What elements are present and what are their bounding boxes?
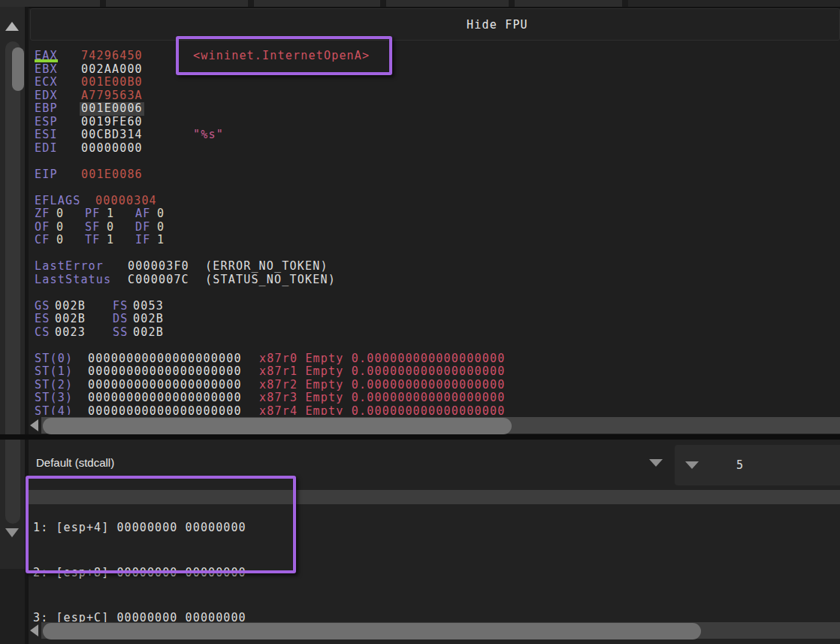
segment-row[interactable]: GS 002B FS 0053 — [35, 300, 831, 313]
register-row-edi[interactable]: EDI 00000000 — [35, 142, 831, 156]
flag-value[interactable]: 1 — [157, 234, 186, 247]
flags-row[interactable]: ZF 0 PF 1 AF 0 — [35, 207, 831, 221]
register-name: ESP — [35, 116, 81, 129]
last-status-meaning: (STATUS_NO_TOKEN) — [205, 274, 336, 287]
flag-value[interactable]: 1 — [107, 207, 135, 221]
register-row-ecx[interactable]: ECX 001E00B0 — [35, 76, 831, 89]
tab-bar-empty-area — [628, 0, 840, 7]
spinner-decrement-icon[interactable] — [685, 461, 699, 469]
tab-remnant[interactable] — [386, 0, 509, 7]
arguments-horizontal-scrollbar[interactable] — [29, 621, 840, 639]
register-name: ESI — [35, 128, 81, 142]
vertical-scrollbar-track[interactable] — [5, 41, 20, 524]
annotation-box-arguments — [26, 476, 296, 573]
scroll-down-arrow-icon[interactable] — [5, 528, 19, 537]
vertical-scrollbar[interactable] — [0, 7, 25, 569]
last-status-row[interactable]: LastStatus C000007C (STATUS_NO_TOKEN) — [35, 274, 831, 287]
register-row-eax[interactable]: EAX 74296450 <wininet.InternetOpenA> — [35, 50, 831, 63]
horizontal-scrollbar-track[interactable] — [41, 622, 840, 639]
flag-name: PF — [85, 207, 107, 221]
flag-value[interactable]: 0 — [157, 221, 186, 234]
register-row-eflags[interactable]: EFLAGS 00000304 — [35, 195, 831, 208]
tab-remnant[interactable] — [254, 0, 380, 7]
registers-panel[interactable]: EAX 74296450 <wininet.InternetOpenA> EBX… — [35, 50, 831, 415]
segment-value: 002B — [133, 326, 191, 340]
flag-name: DF — [135, 221, 157, 234]
segment-row[interactable]: CS 0023 SS 002B — [35, 326, 831, 340]
register-value-selected[interactable]: 001E0006 — [80, 102, 144, 116]
x87-info: x87r0 Empty 0.000000000000000000 — [259, 352, 505, 366]
segment-value: 002B — [133, 313, 191, 326]
horizontal-scrollbar-track[interactable] — [41, 417, 840, 434]
flag-value[interactable]: 0 — [107, 221, 135, 234]
register-name: EDX — [35, 89, 81, 103]
segment-value: 0023 — [55, 326, 113, 340]
x87-register-row[interactable]: ST(3) 00000000000000000000 x87r3 Empty 0… — [35, 392, 831, 405]
register-row-esp[interactable]: ESP 0019FE60 — [35, 116, 831, 129]
register-name: ECX — [35, 76, 81, 89]
segment-name: SS — [113, 326, 133, 340]
flag-value[interactable]: 1 — [107, 234, 135, 247]
flag-value[interactable]: 0 — [56, 207, 85, 221]
x87-hex: 00000000000000000000 — [88, 379, 259, 392]
flag-value[interactable]: 0 — [157, 207, 186, 221]
x87-name: ST(2) — [35, 379, 88, 392]
register-value: 0019FE60 — [81, 116, 193, 129]
chevron-down-icon[interactable] — [649, 459, 663, 467]
segment-name: GS — [35, 300, 55, 313]
tab-strip — [0, 0, 840, 7]
register-row-ebx[interactable]: EBX 002AA000 — [35, 63, 831, 77]
register-value: 001E0086 — [81, 168, 193, 182]
scroll-left-arrow-icon[interactable] — [30, 419, 38, 431]
register-row-esi[interactable]: ESI 00CBD314 "%s" — [35, 128, 831, 142]
last-error-meaning: (ERROR_NO_TOKEN) — [205, 260, 328, 274]
register-name: EBX — [35, 63, 81, 77]
segment-name: FS — [113, 300, 133, 313]
register-name: EAX — [35, 50, 58, 62]
pane-splitter[interactable] — [0, 434, 840, 440]
x87-name: ST(3) — [35, 392, 88, 405]
registers-horizontal-scrollbar[interactable] — [29, 416, 840, 434]
tab-remnant[interactable] — [515, 0, 622, 7]
tab-remnant[interactable] — [0, 0, 100, 7]
register-value: 00CBD314 — [81, 128, 193, 142]
flag-value[interactable]: 0 — [56, 234, 85, 247]
last-status-value: C000007C — [128, 274, 205, 287]
horizontal-scrollbar-thumb[interactable] — [43, 418, 512, 434]
register-row-eip[interactable]: EIP 001E0086 — [35, 168, 831, 182]
segment-row[interactable]: ES 002B DS 002B — [35, 313, 831, 326]
segment-value: 0053 — [133, 300, 191, 313]
register-value: A779563A — [81, 89, 193, 103]
hide-fpu-button[interactable]: Hide FPU — [30, 8, 840, 41]
register-name: EBP — [35, 102, 81, 116]
flags-row[interactable]: OF 0 SF 0 DF 0 — [35, 221, 831, 234]
x87-info: x87r3 Empty 0.000000000000000000 — [259, 392, 505, 405]
calling-convention-label: Default (stdcall) — [36, 456, 114, 469]
last-error-row[interactable]: LastError 000003F0 (ERROR_NO_TOKEN) — [35, 260, 831, 274]
x87-hex: 00000000000000000000 — [88, 365, 259, 379]
x87-hex: 00000000000000000000 — [88, 392, 259, 405]
segment-name: CS — [35, 326, 55, 340]
tab-remnant[interactable] — [106, 0, 248, 7]
register-name: EDI — [35, 142, 81, 156]
x87-register-row[interactable]: ST(1) 00000000000000000000 x87r1 Empty 0… — [35, 365, 831, 379]
registers-pane: Hide FPU EAX 74296450 <wininet.InternetO… — [29, 8, 840, 434]
flag-value[interactable]: 0 — [56, 221, 85, 234]
hide-fpu-label: Hide FPU — [467, 18, 528, 32]
x87-register-row[interactable]: ST(2) 00000000000000000000 x87r2 Empty 0… — [35, 379, 831, 392]
register-row-edx[interactable]: EDX A779563A — [35, 89, 831, 103]
scroll-left-arrow-icon[interactable] — [30, 624, 38, 636]
register-name: EFLAGS — [35, 195, 95, 208]
x87-register-row[interactable]: ST(0) 00000000000000000000 x87r0 Empty 0… — [35, 352, 831, 366]
flag-name: SF — [85, 221, 107, 234]
register-value: 001E00B0 — [81, 76, 193, 89]
scroll-up-arrow-icon[interactable] — [5, 22, 19, 31]
argument-count-spinner[interactable]: 5 — [675, 445, 840, 485]
flag-name: ZF — [35, 207, 56, 221]
x87-info: x87r2 Empty 0.000000000000000000 — [259, 379, 505, 392]
vertical-scrollbar-thumb[interactable] — [12, 47, 24, 91]
x87-register-row[interactable]: ST(4) 00000000000000000000 x87r4 Empty 0… — [35, 405, 831, 416]
flags-row[interactable]: CF 0 TF 1 IF 1 — [35, 234, 831, 247]
horizontal-scrollbar-thumb[interactable] — [43, 623, 701, 639]
register-row-ebp[interactable]: EBP 001E0006 — [35, 102, 831, 116]
